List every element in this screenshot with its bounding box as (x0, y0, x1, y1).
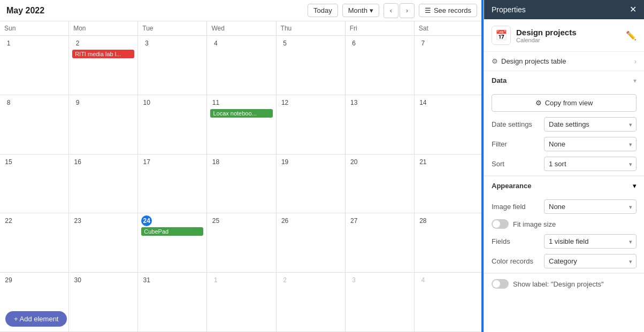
cal-cell[interactable]: 17 (138, 155, 207, 214)
cal-cell[interactable]: 6 (346, 36, 415, 95)
cal-cell[interactable]: 23 (69, 213, 138, 273)
fit-image-label: Fit image size (513, 220, 556, 228)
show-label-toggle[interactable] (492, 279, 509, 289)
image-field-row: Image field None (492, 199, 637, 214)
day-number: 2 (280, 275, 290, 285)
cal-cell[interactable]: 4 (207, 36, 276, 95)
date-settings-select[interactable]: Date settings (544, 117, 637, 132)
day-number: 3 (349, 275, 359, 285)
day-number: 22 (3, 215, 14, 226)
app-row: 📅 Design projects Calendar ✏️ (484, 19, 644, 52)
cal-cell[interactable]: 24CubePad (138, 213, 207, 273)
records-icon: ☰ (425, 6, 431, 14)
calendar-event[interactable]: Locax noteboo... (210, 109, 272, 118)
see-records-button[interactable]: ☰ See records (419, 4, 477, 17)
filter-select-wrapper[interactable]: None (544, 137, 637, 151)
cal-cell[interactable]: 26 (277, 213, 346, 273)
image-field-select[interactable]: None (544, 199, 637, 214)
color-records-select-wrapper[interactable]: Category (544, 254, 637, 268)
cal-cell[interactable]: 1 (0, 36, 69, 95)
blue-accent-bar (481, 0, 484, 332)
cal-cell[interactable]: 19 (277, 155, 346, 214)
filter-label: Filter (492, 140, 540, 148)
prev-button[interactable]: ‹ (384, 3, 398, 18)
day-number: 10 (141, 97, 152, 108)
fit-image-toggle[interactable] (492, 219, 509, 229)
day-number: 30 (72, 275, 83, 285)
month-label: Month (348, 6, 367, 14)
cal-cell[interactable]: 13 (346, 95, 415, 155)
cal-cell[interactable]: 18 (207, 155, 276, 214)
month-button[interactable]: Month ▾ (342, 4, 379, 17)
cal-cell[interactable]: 2 (277, 273, 346, 332)
cal-cell[interactable]: 4 (415, 273, 484, 332)
cal-cell[interactable]: 3 (138, 36, 207, 95)
close-button[interactable]: ✕ (630, 5, 637, 14)
sort-select[interactable]: 1 sort (544, 157, 637, 171)
table-row-item[interactable]: ⚙ Design projects table › (484, 52, 644, 71)
cal-cell[interactable]: 8 (0, 95, 69, 155)
calendar-event[interactable]: RITI media lab l... (72, 50, 134, 58)
month-dropdown-icon: ▾ (370, 6, 373, 14)
add-element-button[interactable]: + Add element (5, 311, 67, 327)
sort-select-wrapper[interactable]: 1 sort (544, 157, 637, 171)
cal-cell[interactable]: 28 (415, 213, 484, 273)
cal-cell[interactable]: 1 (207, 273, 276, 332)
day-number: 5 (280, 38, 290, 49)
cal-cell[interactable]: 30 (69, 273, 138, 332)
day-number: 2 (72, 38, 83, 49)
cal-cell[interactable]: 12 (277, 95, 346, 155)
cal-cell[interactable]: 20 (346, 155, 415, 214)
day-number: 19 (280, 157, 290, 167)
cal-cell[interactable]: 31 (138, 273, 207, 332)
cal-cell[interactable]: 27 (346, 213, 415, 273)
fields-select[interactable]: 1 visible field (544, 234, 637, 249)
cal-cell[interactable]: 9 (69, 95, 138, 155)
data-body: ⚙ Copy from view Date settings Date sett… (484, 90, 644, 175)
color-records-row: Color records Category (492, 254, 637, 268)
cal-cell[interactable]: 22 (0, 213, 69, 273)
calendar-event[interactable]: CubePad (141, 227, 203, 236)
copy-icon: ⚙ (535, 99, 542, 107)
cal-cell[interactable]: 21 (415, 155, 484, 214)
cal-cell[interactable]: 14 (415, 95, 484, 155)
cal-cell[interactable]: 10 (138, 95, 207, 155)
day-number: 15 (3, 157, 14, 167)
date-settings-select-wrapper[interactable]: Date settings (544, 117, 637, 132)
properties-panel: Properties ✕ 📅 Design projects Calendar … (484, 0, 644, 332)
color-records-select[interactable]: Category (544, 254, 637, 268)
filter-select[interactable]: None (544, 137, 637, 151)
calendar-header: May 2022 Today Month ▾ ‹ › ☰ See records (0, 0, 484, 21)
cal-cell[interactable]: 11Locax noteboo... (207, 95, 276, 155)
image-field-select-wrapper[interactable]: None (544, 199, 637, 214)
today-button[interactable]: Today (308, 4, 338, 17)
next-button[interactable]: › (400, 3, 415, 18)
day-number: 18 (210, 157, 221, 167)
day-number: 8 (3, 97, 14, 108)
copy-from-button[interactable]: ⚙ Copy from view (492, 94, 637, 112)
appearance-header[interactable]: Appearance ▾ (484, 176, 644, 195)
table-section: ⚙ Design projects table › (484, 52, 644, 71)
cal-cell[interactable]: 16 (69, 155, 138, 214)
day-mon: Mon (69, 21, 138, 35)
date-settings-row: Date settings Date settings (492, 117, 637, 132)
day-sun: Sun (0, 21, 69, 35)
day-number: 4 (210, 38, 221, 49)
cal-cell[interactable]: 5 (277, 36, 346, 95)
day-number: 21 (418, 157, 428, 167)
day-tue: Tue (138, 21, 207, 35)
fields-select-wrapper[interactable]: 1 visible field (544, 234, 637, 249)
records-label: See records (434, 6, 471, 14)
sort-label: Sort (492, 160, 540, 168)
day-thu: Thu (277, 21, 346, 35)
cal-cell[interactable]: 25 (207, 213, 276, 273)
data-header[interactable]: Data ▾ (484, 71, 644, 90)
panel-title: Properties (492, 5, 526, 14)
cal-cell[interactable]: 7 (415, 36, 484, 95)
cal-cell[interactable]: 3 (346, 273, 415, 332)
edit-button[interactable]: ✏️ (626, 30, 637, 41)
date-settings-label: Date settings (492, 120, 540, 128)
cal-cell[interactable]: 2RITI media lab l... (69, 36, 138, 95)
cal-cell[interactable]: 15 (0, 155, 69, 214)
gear-icon: ⚙ (492, 57, 498, 65)
